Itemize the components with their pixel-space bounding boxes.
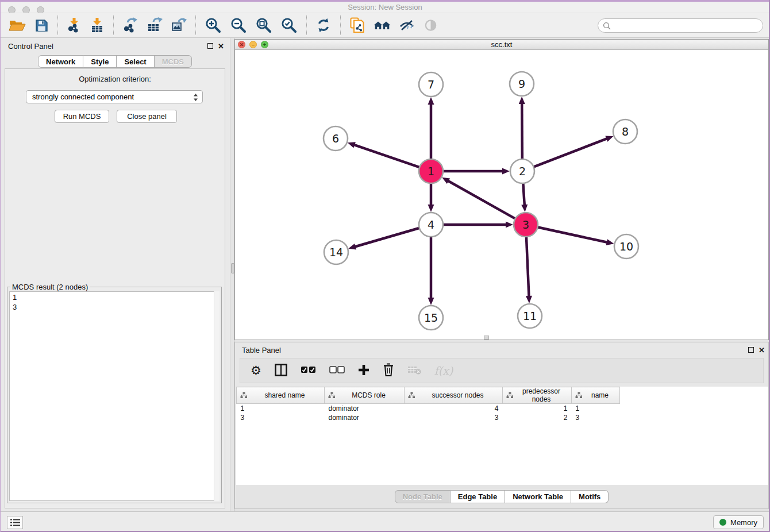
dropdown-stepper-icon — [193, 93, 198, 103]
column-header-mcds-role[interactable]: MCDS role — [325, 387, 405, 404]
tab-style[interactable]: Style — [83, 55, 117, 68]
column-header-successor-nodes[interactable]: successor nodes — [405, 387, 503, 404]
export-network-button[interactable] — [120, 14, 141, 36]
zoom-out-button[interactable] — [228, 14, 249, 36]
tab-node-table[interactable]: Node Table — [395, 490, 451, 503]
deselect-all-button[interactable] — [328, 365, 346, 377]
node-9[interactable]: 9 — [510, 72, 534, 96]
table-panel-title: Table Panel — [242, 346, 281, 354]
cell-successor-nodes[interactable]: 4 — [405, 404, 503, 414]
mcds-result-text[interactable]: 1 3 — [9, 291, 220, 501]
criterion-dropdown[interactable]: strongly connected component — [26, 90, 203, 103]
tab-mcds[interactable]: MCDS — [155, 55, 192, 68]
cell-name[interactable]: 3 — [572, 413, 620, 422]
open-session-button[interactable] — [6, 14, 28, 36]
close-panel-button[interactable]: Close panel — [117, 110, 177, 123]
edge-2-3[interactable] — [521, 182, 528, 212]
zoom-in-icon — [205, 17, 222, 34]
edge-4-15[interactable] — [428, 235, 434, 305]
import-table-button[interactable] — [87, 14, 107, 36]
tab-motifs[interactable]: Motifs — [571, 490, 609, 503]
cell-predecessor-nodes[interactable]: 1 — [503, 404, 572, 414]
edge-3-1[interactable] — [442, 178, 517, 219]
clone-network-button[interactable] — [347, 14, 368, 36]
node-7[interactable]: 7 — [419, 72, 443, 97]
edge-1-4[interactable] — [428, 182, 434, 212]
table-row[interactable]: 1dominator411 — [237, 404, 620, 414]
column-label: name — [583, 391, 619, 399]
add-row-button[interactable] — [357, 363, 371, 379]
cell-predecessor-nodes[interactable]: 2 — [503, 413, 572, 422]
select-all-button[interactable] — [299, 365, 317, 377]
tab-network-table[interactable]: Network Table — [505, 490, 571, 503]
tab-select[interactable]: Select — [117, 55, 154, 68]
add-row-icon — [358, 364, 369, 377]
control-panel-float-button[interactable] — [207, 43, 213, 49]
zoom-selected-button[interactable] — [278, 14, 300, 36]
run-mcds-button[interactable]: Run MCDS — [55, 110, 109, 123]
column-header-predecessor-nodes[interactable]: predecessor nodes — [503, 387, 572, 404]
edge-3-11[interactable] — [526, 235, 532, 303]
network-close-button[interactable]: ✕ — [238, 41, 245, 48]
node-3[interactable]: 3 — [514, 213, 538, 237]
settings-button[interactable]: ⚙ — [249, 364, 263, 378]
edge-2-9[interactable] — [519, 97, 525, 161]
cell-shared-name[interactable]: 1 — [237, 404, 325, 414]
show-details-button[interactable] — [421, 14, 440, 36]
tab-network[interactable]: Network — [38, 55, 83, 68]
result-scrollbar[interactable] — [214, 291, 220, 501]
cell-mcds-role[interactable]: dominator — [325, 404, 405, 414]
edge-2-8[interactable] — [532, 136, 614, 167]
columns-button[interactable] — [274, 363, 288, 379]
network-minimize-button[interactable]: – — [249, 41, 257, 48]
export-table-button[interactable] — [144, 14, 165, 36]
edge-1-7[interactable] — [428, 97, 434, 161]
cell-name[interactable]: 1 — [572, 404, 620, 414]
edge-4-14[interactable] — [348, 228, 421, 249]
cell-successor-nodes[interactable]: 3 — [405, 413, 503, 422]
cell-shared-name[interactable]: 3 — [237, 413, 325, 422]
mcds-result-fieldset: MCDS result (2 nodes) 1 3 — [7, 283, 222, 503]
node-8[interactable]: 8 — [613, 119, 637, 144]
delete-row-button[interactable] — [382, 362, 395, 379]
node-4[interactable]: 4 — [419, 213, 443, 237]
search-field[interactable] — [598, 18, 763, 33]
zoom-in-button[interactable] — [202, 14, 224, 36]
zoom-fit-button[interactable] — [253, 14, 275, 36]
memory-label: Memory — [730, 518, 757, 527]
edge-3-10[interactable] — [536, 227, 614, 245]
node-2[interactable]: 2 — [510, 159, 534, 183]
node-11[interactable]: 11 — [518, 304, 542, 328]
node-14[interactable]: 14 — [324, 240, 348, 264]
function-builder-button[interactable]: f(x) — [433, 363, 455, 378]
cell-mcds-role[interactable]: dominator — [325, 413, 405, 422]
node-1[interactable]: 1 — [419, 159, 443, 183]
edge-4-3[interactable] — [441, 222, 513, 228]
import-network-button[interactable] — [64, 14, 84, 36]
tab-edge-table[interactable]: Edge Table — [451, 490, 505, 503]
column-header-name[interactable]: name — [572, 387, 620, 404]
edge-1-6[interactable] — [348, 142, 421, 168]
node-10[interactable]: 10 — [614, 234, 638, 259]
save-session-button[interactable] — [32, 14, 51, 36]
delete-table-button[interactable] — [406, 364, 422, 377]
apply-layout-button[interactable] — [313, 14, 334, 36]
table-row[interactable]: 3dominator323 — [237, 413, 620, 422]
network-canvas[interactable]: 1234678910111415 — [235, 50, 768, 340]
network-overview-button[interactable] — [371, 14, 393, 36]
hide-details-button[interactable] — [396, 14, 417, 36]
task-history-button[interactable] — [7, 516, 23, 529]
memory-button[interactable]: Memory — [713, 515, 764, 529]
panel-splitter[interactable] — [230, 38, 234, 511]
edge-1-2[interactable] — [441, 168, 510, 175]
canvas-resize-handle[interactable] — [484, 336, 489, 340]
export-image-button[interactable] — [168, 14, 189, 36]
column-header-shared-name[interactable]: shared name — [237, 387, 325, 404]
search-input[interactable] — [614, 20, 763, 32]
control-panel-close-button[interactable]: ✕ — [218, 43, 224, 50]
node-15[interactable]: 15 — [419, 306, 443, 330]
network-zoom-button[interactable]: + — [261, 41, 268, 48]
table-panel-float-button[interactable] — [748, 347, 754, 353]
node-6[interactable]: 6 — [324, 126, 348, 151]
table-panel-close-button[interactable]: ✕ — [759, 346, 765, 354]
